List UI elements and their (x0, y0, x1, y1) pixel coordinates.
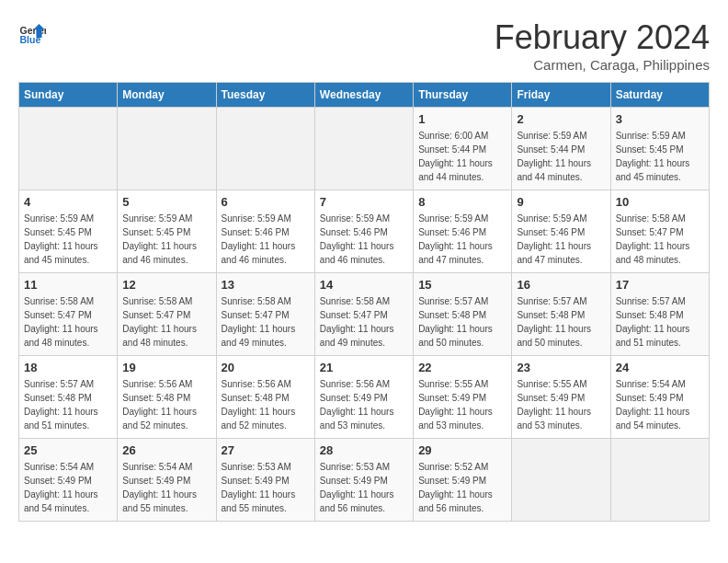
day-number: 18 (24, 361, 112, 374)
day-number: 10 (616, 195, 704, 209)
title-section: February 2024 Carmen, Caraga, Philippine… (495, 18, 710, 73)
day-info: Sunrise: 5:54 AM Sunset: 5:49 PM Dayligh… (24, 460, 112, 515)
calendar-cell: 4Sunrise: 5:59 AM Sunset: 5:45 PM Daylig… (19, 190, 118, 273)
day-number: 1 (418, 112, 506, 126)
day-number: 2 (517, 112, 605, 126)
calendar-cell (610, 439, 709, 522)
calendar-body: 1Sunrise: 6:00 AM Sunset: 5:44 PM Daylig… (19, 108, 710, 522)
day-info: Sunrise: 5:58 AM Sunset: 5:47 PM Dayligh… (122, 294, 210, 350)
day-info: Sunrise: 5:58 AM Sunset: 5:47 PM Dayligh… (24, 294, 112, 350)
day-number: 11 (24, 278, 112, 292)
calendar-cell (512, 439, 610, 522)
calendar-week-3: 11Sunrise: 5:58 AM Sunset: 5:47 PM Dayli… (19, 273, 710, 356)
calendar-week-1: 1Sunrise: 6:00 AM Sunset: 5:44 PM Daylig… (19, 108, 710, 190)
day-number: 27 (222, 443, 310, 457)
calendar-cell: 13Sunrise: 5:58 AM Sunset: 5:47 PM Dayli… (216, 273, 314, 356)
day-info: Sunrise: 5:58 AM Sunset: 5:47 PM Dayligh… (320, 294, 408, 350)
header-cell-sunday: Sunday (19, 83, 118, 108)
day-info: Sunrise: 5:57 AM Sunset: 5:48 PM Dayligh… (24, 377, 112, 432)
header-cell-friday: Friday (512, 83, 610, 108)
day-info: Sunrise: 5:59 AM Sunset: 5:46 PM Dayligh… (517, 212, 605, 267)
header-cell-thursday: Thursday (414, 83, 512, 108)
header-cell-tuesday: Tuesday (216, 83, 314, 108)
day-number: 7 (320, 195, 408, 209)
calendar-cell: 7Sunrise: 5:59 AM Sunset: 5:46 PM Daylig… (314, 190, 413, 273)
header-cell-saturday: Saturday (610, 83, 709, 108)
day-info: Sunrise: 5:59 AM Sunset: 5:46 PM Dayligh… (418, 212, 506, 267)
day-number: 5 (122, 195, 210, 209)
logo: General Blue (18, 18, 46, 46)
location-subtitle: Carmen, Caraga, Philippines (495, 57, 710, 73)
day-info: Sunrise: 5:55 AM Sunset: 5:49 PM Dayligh… (418, 377, 506, 432)
day-number: 14 (320, 278, 408, 292)
day-info: Sunrise: 5:59 AM Sunset: 5:45 PM Dayligh… (122, 212, 210, 267)
day-number: 12 (122, 278, 210, 292)
calendar-cell: 10Sunrise: 5:58 AM Sunset: 5:47 PM Dayli… (610, 190, 709, 273)
day-number: 4 (24, 195, 112, 209)
calendar-cell: 2Sunrise: 5:59 AM Sunset: 5:44 PM Daylig… (512, 108, 610, 190)
calendar-cell: 25Sunrise: 5:54 AM Sunset: 5:49 PM Dayli… (19, 439, 118, 522)
day-number: 15 (418, 278, 506, 292)
calendar-cell: 6Sunrise: 5:59 AM Sunset: 5:46 PM Daylig… (216, 190, 314, 273)
calendar-cell: 26Sunrise: 5:54 AM Sunset: 5:49 PM Dayli… (118, 439, 216, 522)
day-info: Sunrise: 5:53 AM Sunset: 5:49 PM Dayligh… (222, 460, 310, 515)
day-info: Sunrise: 5:53 AM Sunset: 5:49 PM Dayligh… (320, 460, 408, 515)
calendar-cell (19, 108, 118, 190)
calendar-cell: 17Sunrise: 5:57 AM Sunset: 5:48 PM Dayli… (610, 273, 709, 356)
calendar-cell: 16Sunrise: 5:57 AM Sunset: 5:48 PM Dayli… (512, 273, 610, 356)
calendar-cell (216, 108, 314, 190)
day-info: Sunrise: 5:59 AM Sunset: 5:46 PM Dayligh… (222, 212, 310, 267)
month-title: February 2024 (495, 18, 710, 57)
day-info: Sunrise: 5:56 AM Sunset: 5:49 PM Dayligh… (320, 377, 408, 432)
header-row: SundayMondayTuesdayWednesdayThursdayFrid… (19, 83, 710, 108)
calendar-cell: 19Sunrise: 5:56 AM Sunset: 5:48 PM Dayli… (118, 356, 216, 439)
day-info: Sunrise: 5:54 AM Sunset: 5:49 PM Dayligh… (122, 460, 210, 515)
calendar-cell: 27Sunrise: 5:53 AM Sunset: 5:49 PM Dayli… (216, 439, 314, 522)
calendar-cell: 3Sunrise: 5:59 AM Sunset: 5:45 PM Daylig… (610, 108, 709, 190)
day-info: Sunrise: 5:56 AM Sunset: 5:48 PM Dayligh… (222, 377, 310, 432)
calendar-week-2: 4Sunrise: 5:59 AM Sunset: 5:45 PM Daylig… (19, 190, 710, 273)
day-number: 16 (517, 278, 605, 292)
header-cell-monday: Monday (118, 83, 216, 108)
day-number: 26 (122, 443, 210, 457)
calendar-cell: 5Sunrise: 5:59 AM Sunset: 5:45 PM Daylig… (118, 190, 216, 273)
calendar-cell: 29Sunrise: 5:52 AM Sunset: 5:49 PM Dayli… (414, 439, 512, 522)
day-number: 3 (616, 112, 704, 126)
calendar-cell: 8Sunrise: 5:59 AM Sunset: 5:46 PM Daylig… (414, 190, 512, 273)
day-info: Sunrise: 5:57 AM Sunset: 5:48 PM Dayligh… (616, 294, 704, 350)
calendar-table: SundayMondayTuesdayWednesdayThursdayFrid… (18, 82, 710, 522)
calendar-cell: 28Sunrise: 5:53 AM Sunset: 5:49 PM Dayli… (314, 439, 413, 522)
calendar-cell: 15Sunrise: 5:57 AM Sunset: 5:48 PM Dayli… (414, 273, 512, 356)
day-info: Sunrise: 5:59 AM Sunset: 5:44 PM Dayligh… (517, 129, 605, 184)
day-info: Sunrise: 5:59 AM Sunset: 5:46 PM Dayligh… (320, 212, 408, 267)
day-number: 17 (616, 278, 704, 292)
calendar-header: SundayMondayTuesdayWednesdayThursdayFrid… (19, 83, 710, 108)
day-info: Sunrise: 5:55 AM Sunset: 5:49 PM Dayligh… (517, 377, 605, 432)
calendar-cell: 20Sunrise: 5:56 AM Sunset: 5:48 PM Dayli… (216, 356, 314, 439)
day-info: Sunrise: 5:56 AM Sunset: 5:48 PM Dayligh… (122, 377, 210, 432)
calendar-cell (118, 108, 216, 190)
day-info: Sunrise: 5:58 AM Sunset: 5:47 PM Dayligh… (222, 294, 310, 350)
calendar-cell: 12Sunrise: 5:58 AM Sunset: 5:47 PM Dayli… (118, 273, 216, 356)
calendar-week-4: 18Sunrise: 5:57 AM Sunset: 5:48 PM Dayli… (19, 356, 710, 439)
day-number: 20 (222, 361, 310, 374)
calendar-cell: 21Sunrise: 5:56 AM Sunset: 5:49 PM Dayli… (314, 356, 413, 439)
calendar-cell: 22Sunrise: 5:55 AM Sunset: 5:49 PM Dayli… (414, 356, 512, 439)
day-number: 24 (616, 361, 704, 374)
day-number: 8 (418, 195, 506, 209)
calendar-cell: 24Sunrise: 5:54 AM Sunset: 5:49 PM Dayli… (610, 356, 709, 439)
day-info: Sunrise: 5:52 AM Sunset: 5:49 PM Dayligh… (418, 460, 506, 515)
calendar-cell: 9Sunrise: 5:59 AM Sunset: 5:46 PM Daylig… (512, 190, 610, 273)
logo-icon: General Blue (18, 18, 46, 46)
day-number: 21 (320, 361, 408, 374)
day-number: 29 (418, 443, 506, 457)
day-info: Sunrise: 5:57 AM Sunset: 5:48 PM Dayligh… (517, 294, 605, 350)
day-info: Sunrise: 5:58 AM Sunset: 5:47 PM Dayligh… (616, 212, 704, 267)
day-info: Sunrise: 5:59 AM Sunset: 5:45 PM Dayligh… (616, 129, 704, 184)
calendar-cell: 1Sunrise: 6:00 AM Sunset: 5:44 PM Daylig… (414, 108, 512, 190)
day-info: Sunrise: 5:57 AM Sunset: 5:48 PM Dayligh… (418, 294, 506, 350)
calendar-cell: 18Sunrise: 5:57 AM Sunset: 5:48 PM Dayli… (19, 356, 118, 439)
calendar-cell: 11Sunrise: 5:58 AM Sunset: 5:47 PM Dayli… (19, 273, 118, 356)
calendar-cell: 14Sunrise: 5:58 AM Sunset: 5:47 PM Dayli… (314, 273, 413, 356)
day-number: 13 (222, 278, 310, 292)
